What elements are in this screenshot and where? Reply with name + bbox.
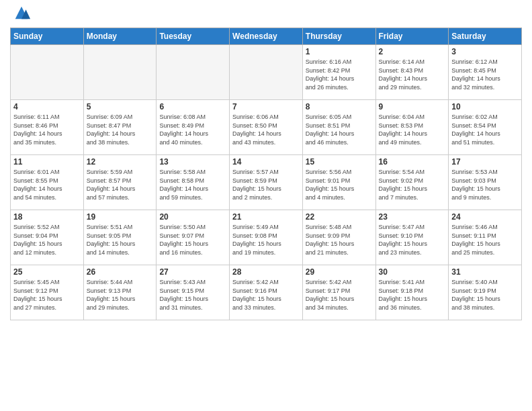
cell-date-number: 7 xyxy=(232,102,300,111)
cell-info: Sunrise: 5:54 AMSunset: 9:02 PMDaylight:… xyxy=(379,168,446,201)
week-row-0: 1Sunrise: 6:16 AMSunset: 8:42 PMDaylight… xyxy=(11,45,522,100)
cell-date-number: 1 xyxy=(306,47,373,56)
calendar-cell: 8Sunrise: 6:05 AMSunset: 8:51 PMDaylight… xyxy=(302,100,375,155)
cell-date-number: 22 xyxy=(306,212,373,222)
day-header-friday: Friday xyxy=(375,28,449,45)
cell-info: Sunrise: 5:50 AMSunset: 9:07 PMDaylight:… xyxy=(159,223,226,257)
logo xyxy=(10,7,31,22)
cell-info: Sunrise: 6:08 AMSunset: 8:49 PMDaylight:… xyxy=(159,113,226,146)
cell-info: Sunrise: 6:11 AMSunset: 8:46 PMDaylight:… xyxy=(13,113,81,146)
week-row-3: 18Sunrise: 5:52 AMSunset: 9:04 PMDayligh… xyxy=(11,210,522,265)
cell-date-number: 25 xyxy=(13,267,81,277)
cell-date-number: 15 xyxy=(306,157,373,167)
cell-date-number: 6 xyxy=(159,102,226,111)
calendar-cell: 30Sunrise: 5:41 AMSunset: 9:18 PMDayligh… xyxy=(375,265,449,320)
day-header-sunday: Sunday xyxy=(11,28,84,45)
calendar-cell: 10Sunrise: 6:02 AMSunset: 8:54 PMDayligh… xyxy=(449,100,522,155)
cell-info: Sunrise: 5:45 AMSunset: 9:12 PMDaylight:… xyxy=(13,278,81,312)
cell-info: Sunrise: 5:44 AMSunset: 9:13 PMDaylight:… xyxy=(87,278,154,312)
cell-info: Sunrise: 5:51 AMSunset: 9:05 PMDaylight:… xyxy=(87,223,154,257)
cell-date-number: 24 xyxy=(451,212,519,222)
cell-date-number: 17 xyxy=(451,157,519,167)
cell-info: Sunrise: 5:40 AMSunset: 9:19 PMDaylight:… xyxy=(451,278,519,312)
calendar-cell: 12Sunrise: 5:59 AMSunset: 8:57 PMDayligh… xyxy=(83,155,157,210)
calendar-cell: 5Sunrise: 6:09 AMSunset: 8:47 PMDaylight… xyxy=(83,100,157,155)
calendar-cell: 17Sunrise: 5:53 AMSunset: 9:03 PMDayligh… xyxy=(449,155,522,210)
calendar-cell: 19Sunrise: 5:51 AMSunset: 9:05 PMDayligh… xyxy=(83,210,157,265)
cell-date-number: 19 xyxy=(87,212,154,222)
calendar-cell: 13Sunrise: 5:58 AMSunset: 8:58 PMDayligh… xyxy=(157,155,230,210)
cell-date-number: 23 xyxy=(379,212,446,222)
cell-info: Sunrise: 6:04 AMSunset: 8:53 PMDaylight:… xyxy=(379,113,446,146)
cell-date-number: 16 xyxy=(379,157,446,167)
calendar-cell: 29Sunrise: 5:42 AMSunset: 9:17 PMDayligh… xyxy=(302,265,375,320)
calendar-cell: 24Sunrise: 5:46 AMSunset: 9:11 PMDayligh… xyxy=(449,210,522,265)
calendar-cell xyxy=(83,45,157,100)
cell-date-number: 3 xyxy=(451,47,519,56)
calendar-cell xyxy=(157,45,230,100)
calendar-cell: 11Sunrise: 6:01 AMSunset: 8:55 PMDayligh… xyxy=(11,155,84,210)
calendar-cell: 9Sunrise: 6:04 AMSunset: 8:53 PMDaylight… xyxy=(375,100,449,155)
cell-date-number: 29 xyxy=(306,267,373,277)
week-row-4: 25Sunrise: 5:45 AMSunset: 9:12 PMDayligh… xyxy=(11,265,522,320)
cell-info: Sunrise: 5:46 AMSunset: 9:11 PMDaylight:… xyxy=(451,223,519,257)
cell-info: Sunrise: 5:43 AMSunset: 9:15 PMDaylight:… xyxy=(159,278,226,312)
cell-date-number: 27 xyxy=(159,267,226,277)
cell-info: Sunrise: 5:42 AMSunset: 9:17 PMDaylight:… xyxy=(306,278,373,312)
cell-info: Sunrise: 6:16 AMSunset: 8:42 PMDaylight:… xyxy=(306,58,373,91)
day-header-tuesday: Tuesday xyxy=(157,28,230,45)
calendar-cell: 23Sunrise: 5:47 AMSunset: 9:10 PMDayligh… xyxy=(375,210,449,265)
calendar-cell: 20Sunrise: 5:50 AMSunset: 9:07 PMDayligh… xyxy=(157,210,230,265)
calendar-cell: 25Sunrise: 5:45 AMSunset: 9:12 PMDayligh… xyxy=(11,265,84,320)
cell-info: Sunrise: 5:52 AMSunset: 9:04 PMDaylight:… xyxy=(13,223,81,257)
day-header-saturday: Saturday xyxy=(449,28,522,45)
cell-info: Sunrise: 6:01 AMSunset: 8:55 PMDaylight:… xyxy=(13,168,81,201)
calendar-cell xyxy=(230,45,303,100)
logo-icon xyxy=(12,3,31,22)
cell-info: Sunrise: 5:56 AMSunset: 9:01 PMDaylight:… xyxy=(306,168,373,201)
calendar-body: 1Sunrise: 6:16 AMSunset: 8:42 PMDaylight… xyxy=(11,45,522,320)
day-header-monday: Monday xyxy=(83,28,157,45)
cell-date-number: 11 xyxy=(13,157,81,167)
cell-date-number: 5 xyxy=(87,102,154,111)
calendar-cell: 1Sunrise: 6:16 AMSunset: 8:42 PMDaylight… xyxy=(302,45,375,100)
day-header-wednesday: Wednesday xyxy=(230,28,303,45)
cell-date-number: 2 xyxy=(379,47,446,56)
calendar-cell: 26Sunrise: 5:44 AMSunset: 9:13 PMDayligh… xyxy=(83,265,157,320)
calendar-cell: 16Sunrise: 5:54 AMSunset: 9:02 PMDayligh… xyxy=(375,155,449,210)
week-row-2: 11Sunrise: 6:01 AMSunset: 8:55 PMDayligh… xyxy=(11,155,522,210)
calendar-cell: 14Sunrise: 5:57 AMSunset: 8:59 PMDayligh… xyxy=(230,155,303,210)
cell-date-number: 12 xyxy=(87,157,154,167)
cell-date-number: 20 xyxy=(159,212,226,222)
calendar-cell: 3Sunrise: 6:12 AMSunset: 8:45 PMDaylight… xyxy=(449,45,522,100)
cell-info: Sunrise: 5:42 AMSunset: 9:16 PMDaylight:… xyxy=(232,278,300,312)
calendar-table: SundayMondayTuesdayWednesdayThursdayFrid… xyxy=(10,28,522,320)
cell-info: Sunrise: 6:02 AMSunset: 8:54 PMDaylight:… xyxy=(451,113,519,146)
calendar-cell: 2Sunrise: 6:14 AMSunset: 8:43 PMDaylight… xyxy=(375,45,449,100)
calendar-cell: 15Sunrise: 5:56 AMSunset: 9:01 PMDayligh… xyxy=(302,155,375,210)
cell-date-number: 21 xyxy=(232,212,300,222)
cell-info: Sunrise: 6:05 AMSunset: 8:51 PMDaylight:… xyxy=(306,113,373,146)
cell-info: Sunrise: 5:41 AMSunset: 9:18 PMDaylight:… xyxy=(379,278,446,312)
cell-date-number: 30 xyxy=(379,267,446,277)
calendar-cell: 21Sunrise: 5:49 AMSunset: 9:08 PMDayligh… xyxy=(230,210,303,265)
cell-date-number: 31 xyxy=(451,267,519,277)
cell-info: Sunrise: 6:06 AMSunset: 8:50 PMDaylight:… xyxy=(232,113,300,146)
calendar-cell: 18Sunrise: 5:52 AMSunset: 9:04 PMDayligh… xyxy=(11,210,84,265)
calendar-cell: 4Sunrise: 6:11 AMSunset: 8:46 PMDaylight… xyxy=(11,100,84,155)
cell-date-number: 28 xyxy=(232,267,300,277)
cell-info: Sunrise: 6:12 AMSunset: 8:45 PMDaylight:… xyxy=(451,58,519,91)
cell-info: Sunrise: 5:58 AMSunset: 8:58 PMDaylight:… xyxy=(159,168,226,201)
calendar-cell xyxy=(11,45,84,100)
week-row-1: 4Sunrise: 6:11 AMSunset: 8:46 PMDaylight… xyxy=(11,100,522,155)
calendar-cell: 22Sunrise: 5:48 AMSunset: 9:09 PMDayligh… xyxy=(302,210,375,265)
day-header-thursday: Thursday xyxy=(302,28,375,45)
cell-info: Sunrise: 6:09 AMSunset: 8:47 PMDaylight:… xyxy=(87,113,154,146)
cell-date-number: 26 xyxy=(87,267,154,277)
cell-date-number: 4 xyxy=(13,102,81,111)
cell-info: Sunrise: 5:47 AMSunset: 9:10 PMDaylight:… xyxy=(379,223,446,257)
calendar-cell: 28Sunrise: 5:42 AMSunset: 9:16 PMDayligh… xyxy=(230,265,303,320)
cell-info: Sunrise: 5:48 AMSunset: 9:09 PMDaylight:… xyxy=(306,223,373,257)
calendar-cell: 6Sunrise: 6:08 AMSunset: 8:49 PMDaylight… xyxy=(157,100,230,155)
cell-date-number: 13 xyxy=(159,157,226,167)
